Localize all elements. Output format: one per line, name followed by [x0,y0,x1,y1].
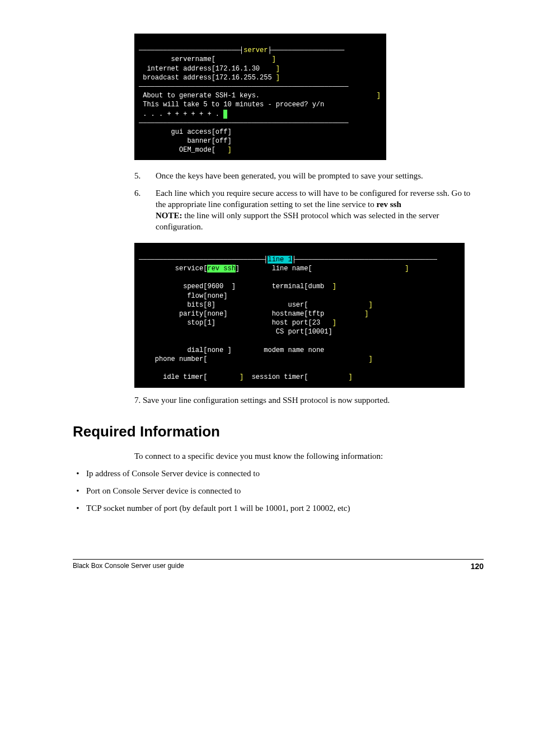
banner-label: banner [187,137,211,145]
required-info-bullets: • Ip address of Console Server device is… [73,468,409,514]
modemname-label: modem name [264,346,304,354]
server-terminal-screenshot: ─────────────────────────┤server├───────… [134,34,386,160]
bullet-icon: • [73,503,83,514]
dial-value: none [207,346,223,354]
bullet-icon: • [73,468,83,480]
sessiontimer-label: session timer [252,373,305,381]
hostname-label: hostname [272,310,305,318]
bullet-2-text: Port on Console Server device is connect… [86,485,241,497]
hostname-value: tftp [308,310,324,318]
oem-mode-label: OEM_mode [179,146,212,154]
note-label: NOTE: [156,211,182,220]
line-terminal-title: line 1 [268,256,292,264]
bullet-icon: • [73,485,83,497]
step-6-number: 6. [134,187,150,233]
bits-value: 8 [207,301,211,309]
internet-addr-label: internet address [147,65,211,73]
page-number: 120 [471,562,484,571]
broadcast-addr-label: broadcast address [143,74,211,82]
ssh-generate-msg: About to generate SSH-1 keys. [143,92,260,100]
step-6-text: Each line which you require secure acces… [156,187,480,233]
bits-label: bits [187,301,203,309]
internet-addr-value: 172.16.1.30 [216,65,260,73]
terminal-title: server [243,46,268,55]
hostport-value: 23 [312,319,320,327]
parity-value: none [207,310,223,318]
terminal-type-label: terminal [272,283,305,290]
stop-value: 1 [207,319,211,327]
cursor-icon [223,110,227,119]
dial-label: dial [187,346,203,354]
required-info-intro: To connect to a specific device you must… [134,450,470,462]
user-label: user [288,301,304,309]
step-7-text: 7. Save your line configuration settings… [134,396,484,405]
step-6-body: Each line which you require secure acces… [156,189,470,209]
banner-value: off [216,137,228,145]
gui-access-label: gui access [171,128,212,136]
bullet-3: • TCP socket number of port (by default … [73,503,409,514]
footer-title: Black Box Console Server user guide [73,562,184,571]
step-5: 5. Once the keys have been generated, yo… [134,170,484,181]
hostport-label: host port [272,319,308,327]
flow-value: none [207,292,223,300]
page-footer: Black Box Console Server user guide 120 [73,559,484,571]
service-value: rev ssh [207,265,235,273]
idletimer-label: idle timer [163,373,203,381]
note-text: the line will only support the SSH proto… [156,211,439,231]
step-5-text: Once the keys have been generated, you w… [156,170,423,181]
csport-value: 10001 [308,328,328,336]
terminal-type-value: dumb [308,283,324,290]
required-info-heading: Required Information [73,423,484,440]
gui-access-value: off [216,128,228,136]
line-terminal-screenshot: ───────────────────────────────┤line 1├─… [134,243,465,388]
phone-label: phone number [155,355,203,363]
servername-label: servername [171,55,212,63]
csport-label: CS port [276,328,304,336]
service-label: service [175,265,203,273]
stop-label: stop [187,319,203,327]
step-5-number: 5. [134,170,150,181]
broadcast-addr-value: 172.16.255.255 [216,74,272,82]
modemname-value: none [308,346,324,354]
bullet-1: • Ip address of Console Server device is… [73,468,409,480]
speed-value: 9600 [207,283,223,290]
bullet-2: • Port on Console Server device is conne… [73,485,409,497]
parity-label: parity [179,310,203,318]
step-list: 5. Once the keys have been generated, yo… [134,170,484,232]
step-6: 6. Each line which you require secure ac… [134,187,484,233]
page-container: ─────────────────────────┤server├───────… [0,0,534,604]
bullet-1-text: Ip address of Console Server device is c… [86,468,260,480]
linename-label: line name [272,265,308,273]
speed-label: speed [183,283,203,290]
flow-label: flow [187,292,203,300]
ssh-proceed-prompt: This will take 5 to 10 minutes - proceed… [143,101,324,109]
ssh-progress-dots: . . . + + + + + + . [143,110,219,118]
bullet-3-text: TCP socket number of port (by default po… [86,503,350,514]
rev-ssh-keyword: rev ssh [376,200,401,209]
